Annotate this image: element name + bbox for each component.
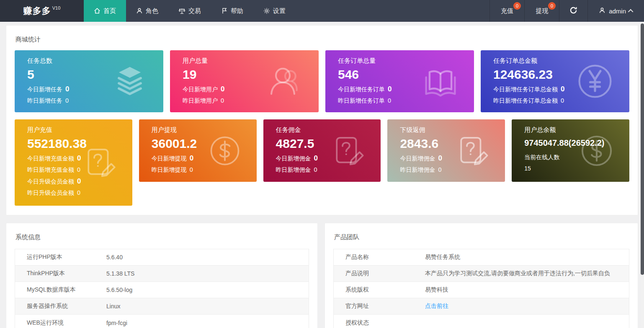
table-row: 授权状态 (334, 315, 629, 328)
chevron-up-icon (628, 9, 634, 14)
stat-card-task-commission: 任务佣金 4827.5 今日新增佣金0 昨日新增佣金0 (263, 119, 381, 182)
stat-line-value: 0 (388, 85, 392, 93)
stat-card-tasks-total: 任务总数 5 今日新增任务0 昨日新增任务0 (15, 50, 163, 112)
stat-line-value: 0 (77, 154, 81, 162)
stat-title: 下级返佣 (400, 126, 505, 134)
stat-line-label: 今日新增任务订单总金额 (493, 86, 558, 93)
navbar-right: 充值 0 提现 0 admin (489, 0, 644, 22)
table-row: MySQL数据库版本 5.6.50-log (15, 282, 309, 298)
stat-line-label: 今日新增佣金 (276, 155, 311, 162)
row-value: 5.6.50-log (106, 287, 132, 293)
stat-line-label: 今日新增佣金 (400, 155, 435, 162)
nav-item-home[interactable]: 首页 (84, 0, 126, 22)
nav-item-label: 角色 (146, 7, 158, 15)
app-title: 赚多多 (23, 5, 51, 17)
stat-line-value: 0 (314, 154, 318, 162)
nav-item-trade[interactable]: 交易 (168, 0, 211, 22)
stat-line-value: 0 (190, 166, 193, 173)
system-info-table: 运行PHP版本 5.6.40 ThinkPHP版本 5.1.38 LTS MyS… (15, 249, 309, 328)
row-label: 产品说明 (334, 270, 425, 277)
stat-title: 用户提现 (152, 126, 257, 134)
stat-line-label: 今日新增充值金额 (27, 155, 74, 162)
yen-circle-icon (576, 62, 614, 101)
layers-icon (111, 63, 148, 100)
row-value: Linux (106, 303, 120, 310)
stat-line-value: 0 (561, 97, 564, 104)
table-row: 产品名称 易赞任务系统 (334, 249, 629, 266)
stat-title: 用户充值 (27, 126, 132, 134)
table-row: 运行PHP版本 5.6.40 (15, 249, 309, 266)
row-value: 5.6.40 (106, 254, 123, 261)
row-label: 运行PHP版本 (15, 253, 106, 261)
product-team-table: 产品名称 易赞任务系统 产品说明 本产品只为学习测试交流,请勿要做商业或者用于违… (333, 249, 629, 328)
row-value: fpm-fcgi (106, 320, 127, 326)
nav-item-label: 首页 (103, 7, 116, 15)
stat-line-label: 今日升级会员金额 (27, 178, 74, 185)
refresh-button[interactable] (559, 0, 587, 22)
users-icon (267, 63, 304, 100)
stats-cards: 任务总数 5 今日新增任务0 昨日新增任务0 用户总量 19 今日新增用户0 (6, 50, 638, 215)
stat-card-user-recharge: 用户充值 552180.38 今日新增充值金额0 昨日新增充值金额0 今日升级会… (15, 119, 132, 206)
system-info-heading: 系统信息 (6, 223, 317, 248)
stat-line-label: 昨日新增任务 (27, 97, 62, 104)
withdraw-badge: 0 (548, 2, 556, 10)
product-team-heading: 产品团队 (325, 223, 638, 248)
scales-icon (178, 8, 185, 15)
stat-card-user-balance: 用户总余额 9745047.88(26592.2) 当前在线人数 15 (512, 119, 629, 182)
stat-line-value: 0 (561, 85, 564, 93)
stat-line-value: 0 (221, 85, 224, 93)
stat-line-label: 昨日升级会员金额 (27, 189, 74, 196)
doc-question-pencil-icon (332, 134, 366, 168)
stat-card-user-withdraw: 用户提现 36001.2 今日新增提现0 昨日新增提现0 (139, 119, 257, 182)
user-menu[interactable]: admin (587, 0, 644, 22)
stat-line-value: 0 (65, 85, 69, 93)
withdraw-label: 提现 (536, 7, 548, 15)
stat-card-referral-rebate: 下级返佣 2843.6 今日新增佣金0 昨日新增佣金0 (387, 119, 505, 182)
stat-line-value: 0 (221, 97, 224, 104)
stats-row-1: 任务总数 5 今日新增任务0 昨日新增任务0 用户总量 19 今日新增用户0 (15, 50, 629, 112)
official-site-link[interactable]: 点击前往 (425, 302, 448, 309)
row-value: 易赞任务系统 (425, 253, 460, 261)
stat-card-orders-total: 任务订单总量 546 今日新增任务订单0 昨日新增任务订单0 (325, 50, 474, 112)
dollar-circle-icon (579, 133, 614, 168)
stat-card-orders-amount: 任务订单总金额 124636.23 今日新增任务订单总金额0 昨日新增任务订单总… (481, 50, 629, 112)
stat-line-label: 15 (524, 165, 531, 172)
withdraw-button[interactable]: 提现 0 (524, 0, 559, 22)
row-label: MySQL数据库版本 (15, 286, 106, 294)
username: admin (609, 8, 626, 15)
stat-line-label: 昨日新增用户 (183, 97, 218, 104)
app-logo[interactable]: 赚多多 V10 (0, 0, 84, 22)
stat-line-label: 今日新增任务订单 (338, 86, 385, 93)
nav-item-label: 交易 (188, 7, 201, 15)
stat-card-users-total: 用户总量 19 今日新增用户0 昨日新增用户0 (170, 50, 319, 112)
row-label: WEB运行环境 (15, 319, 106, 327)
stat-line-label: 昨日新增佣金 (400, 166, 435, 173)
stat-line-label: 今日新增任务 (27, 86, 62, 93)
row-value: 本产品只为学习测试交流,请勿要做商业或者用于违法行为,一切后果自负 (425, 270, 610, 277)
stat-line-label: 昨日新增佣金 (276, 166, 311, 173)
stat-line-label: 今日新增提现 (152, 155, 187, 162)
row-label: 官方网址 (334, 302, 425, 310)
table-row: 官方网址 点击前往 (334, 298, 629, 315)
nav-item-settings[interactable]: 设置 (253, 0, 296, 22)
top-navbar: 赚多多 V10 首页 角色 交易 帮助 设置 充值 0 (0, 0, 644, 22)
row-label: 系统版权 (334, 286, 425, 294)
stat-line-label: 昨日新增提现 (152, 166, 187, 173)
stat-line-value: 0 (438, 154, 442, 162)
nav-item-help[interactable]: 帮助 (211, 0, 253, 22)
stat-line-value: 0 (190, 154, 193, 162)
gear-icon (263, 8, 270, 14)
refresh-icon (569, 6, 577, 16)
book-icon (422, 63, 459, 100)
scrollbar-thumb[interactable] (641, 23, 644, 275)
navbar-spacer (296, 0, 489, 22)
recharge-badge: 0 (513, 2, 521, 10)
recharge-button[interactable]: 充值 0 (489, 0, 524, 22)
nav-item-label: 设置 (273, 7, 286, 15)
table-row: WEB运行环境 fpm-fcgi (15, 315, 309, 328)
stat-line-label: 昨日新增充值金额 (27, 166, 74, 173)
stat-line-label: 昨日新增任务订单总金额 (493, 97, 558, 104)
doc-question-pencil-icon (84, 146, 117, 179)
main-content: 商城统计 任务总数 5 今日新增任务0 昨日新增任务0 用户总 (0, 22, 641, 328)
nav-item-roles[interactable]: 角色 (126, 0, 168, 22)
